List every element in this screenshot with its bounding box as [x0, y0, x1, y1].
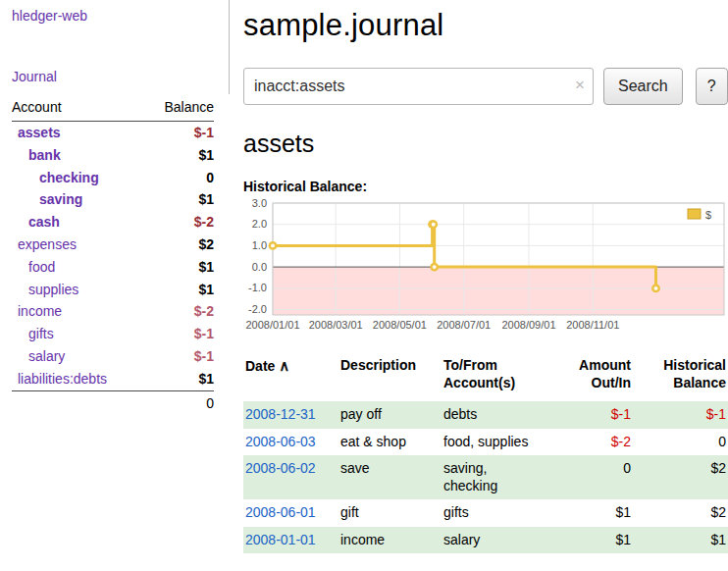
svg-text:2008/11/01: 2008/11/01 [566, 319, 619, 331]
account-link[interactable]: salary [28, 348, 65, 364]
account-balance: $1 [144, 279, 214, 301]
main-content: sample.journal × Search ? assets Histori… [243, 0, 728, 553]
account-balance: $1 [144, 144, 214, 167]
svg-text:2008/03/01: 2008/03/01 [309, 319, 363, 331]
search-box: × [243, 68, 594, 105]
help-button[interactable]: ? [696, 68, 728, 105]
account-link[interactable]: assets [18, 125, 61, 140]
account-balance: $-1 [144, 345, 214, 368]
register-row: 2008-12-31pay offdebts$-1$-1 [243, 401, 728, 429]
account-row: checking0 [12, 167, 214, 189]
svg-text:2008/01/01: 2008/01/01 [245, 319, 299, 331]
search-button[interactable]: Search [603, 68, 683, 105]
clear-search-icon[interactable]: × [575, 77, 585, 93]
account-balance: $1 [144, 256, 214, 279]
transaction-date-link[interactable]: 2008-12-31 [245, 406, 316, 422]
account-table-header: Account Balance [12, 96, 214, 122]
account-balance: $-2 [144, 300, 214, 323]
account-row: bank$1 [12, 144, 214, 167]
account-balance: $1 [144, 188, 214, 211]
page-title: sample.journal [243, 8, 728, 43]
svg-text:2008/05/01: 2008/05/01 [373, 319, 427, 331]
svg-text:2008/07/01: 2008/07/01 [437, 319, 491, 331]
transaction-accounts: food, supplies [442, 429, 549, 456]
transaction-date-link[interactable]: 2008-01-01 [245, 532, 316, 547]
transaction-description: eat & shop [338, 429, 442, 456]
transaction-accounts: salary [442, 527, 549, 554]
account-balance-table: Account Balance assets$-1bank$1checking0… [12, 96, 214, 415]
svg-text:2.0: 2.0 [252, 218, 267, 230]
tofrom-column-header: To/From Account(s) [442, 355, 549, 401]
account-link[interactable]: food [28, 259, 55, 275]
account-row: expenses$2 [12, 234, 214, 256]
transaction-historical-balance: 0 [633, 429, 728, 456]
account-balance: 0 [144, 167, 214, 189]
account-row: gifts$-1 [12, 323, 214, 345]
transaction-accounts: saving, checking [442, 455, 549, 499]
transaction-date-link[interactable]: 2008-06-01 [245, 504, 316, 520]
transaction-accounts: gifts [442, 499, 549, 527]
svg-text:1.0: 1.0 [252, 239, 267, 251]
transaction-amount: 0 [549, 455, 633, 499]
svg-text:-1.0: -1.0 [248, 282, 267, 293]
sidebar-divider [229, 0, 230, 94]
account-link[interactable]: checking [39, 170, 99, 185]
transaction-amount: $-1 [549, 401, 633, 429]
account-balance: $-1 [144, 122, 214, 144]
svg-text:0.0: 0.0 [252, 261, 267, 273]
account-link[interactable]: expenses [18, 236, 77, 252]
register-row: 2008-01-01incomesalary$1$1 [243, 527, 728, 554]
account-balance: $-1 [144, 323, 214, 345]
account-link[interactable]: bank [28, 147, 61, 163]
account-row: salary$-1 [12, 345, 214, 368]
svg-text:-2.0: -2.0 [248, 303, 267, 315]
account-row: supplies$1 [12, 279, 214, 301]
account-row: cash$-2 [12, 211, 214, 234]
transaction-description: pay off [338, 401, 442, 429]
search-input[interactable] [243, 68, 594, 105]
date-column-header[interactable]: Date ∧ [243, 355, 338, 401]
balance-column-header: Balance [144, 96, 214, 122]
transaction-date-link[interactable]: 2008-06-02 [245, 460, 316, 476]
total-row: 0 [12, 390, 214, 415]
date-column-label: Date [245, 358, 275, 374]
description-column-header: Description [338, 355, 442, 401]
sort-ascending-icon[interactable]: ∧ [279, 357, 289, 374]
transaction-amount: $1 [549, 527, 633, 554]
sidebar-item-journal[interactable]: Journal [12, 69, 57, 84]
account-heading: assets [243, 130, 728, 158]
chart-title: Historical Balance: [243, 179, 728, 194]
account-link[interactable]: cash [28, 214, 60, 230]
transaction-accounts: debts [442, 401, 549, 429]
app-title-link[interactable]: hledger-web [12, 8, 87, 24]
register-table-body: 2008-12-31pay offdebts$-1$-12008-06-03ea… [243, 401, 728, 553]
transaction-description: income [338, 527, 442, 554]
account-link[interactable]: income [18, 303, 62, 319]
account-link[interactable]: saving [39, 191, 82, 207]
account-row: liabilities:debts$1 [12, 368, 214, 390]
account-row: assets$-1 [12, 122, 214, 144]
transaction-description: gift [338, 499, 442, 527]
chart-canvas: 3.02.01.00.0-1.0-2.02008/01/012008/03/01… [243, 199, 728, 342]
register-header-row: Date ∧ Description To/From Account(s) Am… [243, 355, 728, 401]
transaction-historical-balance: $-1 [633, 401, 728, 429]
transaction-historical-balance: $2 [633, 499, 728, 527]
account-row: saving$1 [12, 188, 214, 211]
transaction-date-link[interactable]: 2008-06-03 [245, 434, 316, 449]
account-row: food$1 [12, 256, 214, 279]
account-balance: $-2 [144, 211, 214, 234]
account-row: income$-2 [12, 300, 214, 323]
transaction-description: save [338, 455, 442, 499]
svg-text:2008/09/01: 2008/09/01 [501, 319, 555, 331]
svg-text:$: $ [705, 209, 711, 221]
account-link[interactable]: liabilities:debts [18, 371, 107, 387]
register-row: 2008-06-03eat & shopfood, supplies$-20 [243, 429, 728, 456]
search-form: × Search ? [243, 68, 728, 105]
register-table: Date ∧ Description To/From Account(s) Am… [243, 355, 728, 553]
register-row: 2008-06-01giftgifts$1$2 [243, 499, 728, 527]
account-link[interactable]: supplies [28, 282, 78, 297]
account-table-body: assets$-1bank$1checking0saving$1cash$-2e… [12, 122, 214, 391]
transaction-amount: $1 [549, 499, 633, 527]
account-link[interactable]: gifts [28, 326, 54, 341]
transaction-historical-balance: $2 [633, 455, 728, 499]
